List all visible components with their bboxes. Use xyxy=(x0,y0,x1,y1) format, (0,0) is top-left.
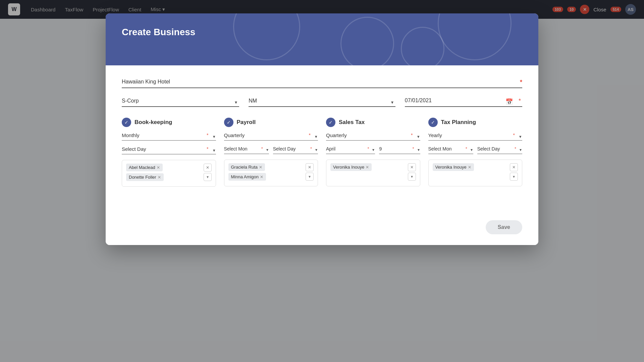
sales-tax-freq-required: * xyxy=(411,132,413,138)
sales-tax-frequency-select[interactable]: Monthly Quarterly Yearly xyxy=(326,132,420,138)
tax-planning-day-dropdown[interactable]: Select Day 12345 1015202531 * ▾ xyxy=(477,146,522,154)
date-field: 📅 * xyxy=(405,98,522,107)
assignee-abel-remove[interactable]: ✕ xyxy=(157,165,160,170)
modal-title: Create Business xyxy=(122,27,522,38)
tax-planning-remove-btn[interactable]: ✕ xyxy=(510,163,518,171)
business-name-input[interactable] xyxy=(122,79,522,85)
bookkeeping-title: Book-keeping xyxy=(135,119,172,126)
assignee-tag-donette: Donette Foller ✕ xyxy=(126,173,164,181)
assignee-donette-remove[interactable]: ✕ xyxy=(158,175,161,180)
payroll-mon-dropdown[interactable]: Select Mon JanFebMarApr MayJunJulAug Sep… xyxy=(224,146,269,154)
bookkeeping-checkbox[interactable]: ✓ xyxy=(122,118,131,127)
service-sales-tax: ✓ Sales Tax Monthly Quarterly Yearly * ▾ xyxy=(326,118,420,187)
assignee-tag-graciela: Graciela Ruta ✕ xyxy=(228,163,265,171)
entity-type-select[interactable]: S-Corp C-Corp LLC Partnership Sole Propr… xyxy=(122,98,239,104)
bookkeeping-remove-btn[interactable]: ✕ xyxy=(204,164,212,172)
bookkeeping-day-select[interactable]: Select Day 12345 678910 1520252831 xyxy=(122,146,216,152)
service-tax-planning: ✓ Tax Planning Monthly Quarterly Yearly … xyxy=(428,118,523,187)
payroll-date-selects-row: Select Mon JanFebMarApr MayJunJulAug Sep… xyxy=(224,146,318,154)
state-dropdown[interactable]: NM CA TX NY FL ▾ xyxy=(249,98,395,107)
assignee-graciela-remove[interactable]: ✕ xyxy=(259,165,262,170)
bookkeeping-assignee-actions: ✕ ▾ xyxy=(204,164,212,181)
sales-tax-assignee-actions: ✕ ▾ xyxy=(408,163,416,181)
service-bookkeeping: ✓ Book-keeping Monthly Quarterly Yearly … xyxy=(122,118,216,187)
assignee-abel-label: Abel Maclead xyxy=(129,165,155,170)
sales-tax-day-dropdown[interactable]: 12345 678910 1112131415 1617181920 21222… xyxy=(379,146,420,154)
sales-tax-assignee-tags: Veronika Inouye ✕ xyxy=(330,163,405,171)
business-name-wrapper: * xyxy=(122,79,522,88)
tax-planning-mon-required: * xyxy=(466,146,467,151)
sales-tax-remove-btn[interactable]: ✕ xyxy=(408,163,416,171)
create-business-modal: Create Business * S-Corp C-Corp LLC Part… xyxy=(106,13,538,245)
sales-tax-date-row: JanuaryFebruaryMarch AprilMayJune JulyAu… xyxy=(326,146,420,154)
payroll-mon-required: * xyxy=(261,146,263,151)
payroll-title: Payroll xyxy=(237,119,256,126)
assignee-tag-veronika-st: Veronika Inouye ✕ xyxy=(330,163,372,171)
bookkeeping-assignees-box: Abel Maclead ✕ Donette Foller ✕ ✕ ▾ xyxy=(122,160,216,187)
assignee-veronika-tp-remove[interactable]: ✕ xyxy=(468,165,471,170)
bookkeeping-header: ✓ Book-keeping xyxy=(122,118,216,127)
assignee-graciela-label: Graciela Ruta xyxy=(231,165,258,170)
payroll-freq-required: * xyxy=(309,132,311,138)
payroll-frequency-dropdown[interactable]: Monthly Quarterly Yearly * ▾ xyxy=(224,132,318,141)
bookkeeping-frequency-dropdown[interactable]: Monthly Quarterly Yearly * ▾ xyxy=(122,132,216,141)
sales-tax-checkbox[interactable]: ✓ xyxy=(326,118,335,127)
service-payroll: ✓ Payroll Monthly Quarterly Yearly * ▾ xyxy=(224,118,318,187)
payroll-expand-btn[interactable]: ▾ xyxy=(306,173,314,181)
sales-tax-header: ✓ Sales Tax xyxy=(326,118,420,127)
tax-planning-expand-btn[interactable]: ▾ xyxy=(510,173,518,181)
sales-tax-month-required: * xyxy=(367,146,369,151)
sales-tax-day-required: * xyxy=(412,146,414,151)
tax-planning-checkbox[interactable]: ✓ xyxy=(428,118,438,127)
payroll-assignee-actions: ✕ ▾ xyxy=(306,163,314,181)
assignee-tag-minna: Minna Amigon ✕ xyxy=(228,173,266,181)
assignee-minna-remove[interactable]: ✕ xyxy=(260,175,263,179)
bookkeeping-assignee-tags: Abel Maclead ✕ Donette Foller ✕ xyxy=(126,164,201,181)
state-select[interactable]: NM CA TX NY FL xyxy=(249,98,395,104)
sales-tax-title: Sales Tax xyxy=(339,119,365,126)
payroll-remove-btn[interactable]: ✕ xyxy=(306,163,314,171)
date-required-star: * xyxy=(519,98,521,105)
business-name-required: * xyxy=(520,79,522,86)
sales-tax-expand-btn[interactable]: ▾ xyxy=(408,173,416,181)
modal-header: Create Business xyxy=(106,13,538,65)
assignee-donette-label: Donette Foller xyxy=(129,175,156,180)
services-grid: ✓ Book-keeping Monthly Quarterly Yearly … xyxy=(122,118,522,187)
tax-planning-freq-required: * xyxy=(513,132,515,138)
tax-planning-date-selects-row: Select Mon JanFebMarApr MayJunJulAug Sep… xyxy=(428,146,523,154)
sales-tax-frequency-dropdown[interactable]: Monthly Quarterly Yearly * ▾ xyxy=(326,132,420,141)
tax-planning-assignees-box: Veronika Inouye ✕ ✕ ▾ xyxy=(428,160,523,186)
bookkeeping-frequency-select[interactable]: Monthly Quarterly Yearly xyxy=(122,132,216,138)
assignee-veronika-st-remove[interactable]: ✕ xyxy=(366,165,369,170)
bookkeeping-day-required: * xyxy=(207,146,208,152)
date-input[interactable] xyxy=(405,98,522,104)
payroll-header: ✓ Payroll xyxy=(224,118,318,127)
business-name-field: * xyxy=(122,79,522,88)
bookkeeping-day-dropdown[interactable]: Select Day 12345 678910 1520252831 * ▾ xyxy=(122,146,216,155)
payroll-day-required: * xyxy=(310,146,312,151)
save-button[interactable]: Save xyxy=(486,220,522,234)
assignee-veronika-tp-label: Veronika Inouye xyxy=(435,165,467,170)
entity-state-date-row: S-Corp C-Corp LLC Partnership Sole Propr… xyxy=(122,98,522,107)
modal-footer: Save xyxy=(106,214,538,245)
bookkeeping-expand-btn[interactable]: ▾ xyxy=(204,173,212,181)
payroll-checkbox[interactable]: ✓ xyxy=(224,118,233,127)
tax-planning-mon-dropdown[interactable]: Select Mon JanFebMarApr MayJunJulAug Sep… xyxy=(428,146,473,154)
assignee-veronika-st-label: Veronika Inouye xyxy=(333,165,364,170)
bookkeeping-freq-required: * xyxy=(207,132,208,138)
payroll-frequency-select[interactable]: Monthly Quarterly Yearly xyxy=(224,132,318,138)
tax-planning-day-required: * xyxy=(515,146,516,151)
sales-tax-assignees-box: Veronika Inouye ✕ ✕ ▾ xyxy=(326,160,420,186)
assignee-tag-abel: Abel Maclead ✕ xyxy=(126,164,163,171)
tax-planning-assignee-tags: Veronika Inouye ✕ xyxy=(433,163,507,171)
entity-type-dropdown[interactable]: S-Corp C-Corp LLC Partnership Sole Propr… xyxy=(122,98,239,107)
sales-tax-month-dropdown[interactable]: JanuaryFebruaryMarch AprilMayJune JulyAu… xyxy=(326,146,375,154)
tax-planning-frequency-dropdown[interactable]: Monthly Quarterly Yearly * ▾ xyxy=(428,132,523,141)
tax-planning-frequency-select[interactable]: Monthly Quarterly Yearly xyxy=(428,132,523,138)
deco-circle-2 xyxy=(340,17,394,65)
tax-planning-title: Tax Planning xyxy=(441,119,476,126)
payroll-assignee-tags: Graciela Ruta ✕ Minna Amigon ✕ xyxy=(228,163,303,181)
payroll-assignees-box: Graciela Ruta ✕ Minna Amigon ✕ ✕ ▾ xyxy=(224,160,318,186)
modal-body: * S-Corp C-Corp LLC Partnership Sole Pro… xyxy=(106,65,538,214)
payroll-day-dropdown[interactable]: Select Day 12345 1015202531 * ▾ xyxy=(273,146,318,154)
